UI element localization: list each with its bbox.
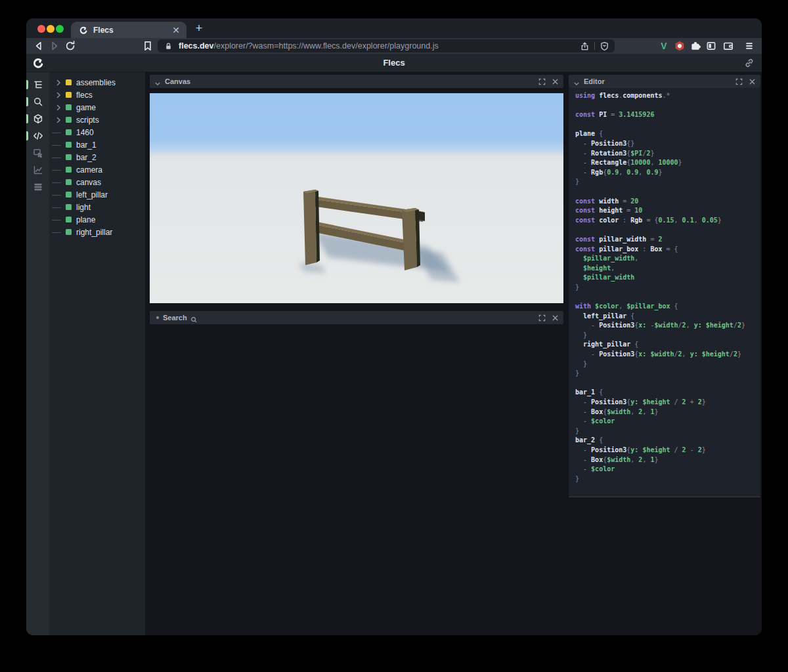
code-line: const color : Rgb = {0.15, 0.1, 0.05} xyxy=(575,216,760,226)
fullscreen-icon[interactable] xyxy=(538,78,546,85)
tree-item-flecs[interactable]: flecs xyxy=(49,89,145,101)
desktop-background: Flecs ✕ + flecs.dev/explorer/?wasm=https… xyxy=(0,0,788,672)
entity-tree-panel: assembliesflecsgamescripts1460bar_1bar_2… xyxy=(49,72,145,635)
code-line xyxy=(575,379,760,388)
bookmark-icon[interactable] xyxy=(142,40,154,52)
wallet-icon[interactable] xyxy=(722,40,734,52)
menu-icon[interactable] xyxy=(743,40,755,52)
tree-item-bar_1[interactable]: bar_1 xyxy=(49,138,145,151)
code-line: - $color xyxy=(575,417,760,427)
browser-window: Flecs ✕ + flecs.dev/explorer/?wasm=https… xyxy=(26,18,762,635)
code-line: using flecs.components.* xyxy=(575,91,760,101)
code-editor[interactable]: using flecs.components.* const PI = 3.14… xyxy=(569,88,760,496)
sidebar-rows-icon[interactable] xyxy=(26,178,49,196)
window-zoom-button[interactable] xyxy=(56,25,64,33)
extensions-puzzle-icon[interactable] xyxy=(690,40,701,52)
tree-branch-line xyxy=(55,203,66,212)
tree-item-label: canvas xyxy=(76,178,101,187)
panel-icon-sidebar xyxy=(26,72,49,635)
main-content: Canvas xyxy=(145,72,762,635)
fullscreen-icon[interactable] xyxy=(538,314,546,322)
canvas-panel-header: Canvas xyxy=(150,75,563,88)
chevron-down-icon[interactable] xyxy=(154,78,161,85)
tab-title: Flecs xyxy=(93,26,171,35)
url-bar[interactable]: flecs.dev/explorer/?wasm=https://www.fle… xyxy=(158,39,615,52)
tree-item-label: flecs xyxy=(76,91,93,100)
sidebar-search-icon[interactable] xyxy=(26,93,49,110)
code-line: } xyxy=(575,177,760,187)
tree-item-assemblies[interactable]: assemblies xyxy=(49,76,145,89)
sidebar-code-icon[interactable] xyxy=(26,127,49,144)
entity-square-icon xyxy=(66,142,72,148)
code-line: - Position3{x: -$width/2, y: $height/2} xyxy=(575,321,760,331)
fullscreen-icon[interactable] xyxy=(735,78,743,85)
code-line: $pillar_width, xyxy=(575,254,760,264)
tree-item-left_pillar[interactable]: left_pillar xyxy=(49,188,145,201)
brave-shield-icon[interactable] xyxy=(600,41,609,51)
sidebar-tree-icon[interactable] xyxy=(26,76,49,93)
page-title: Flecs xyxy=(26,54,762,72)
code-line xyxy=(575,292,760,302)
window-close-button[interactable] xyxy=(37,25,45,33)
share-icon[interactable] xyxy=(580,41,590,51)
tree-item-game[interactable]: game xyxy=(49,101,145,114)
code-line: left_pillar { xyxy=(575,312,760,322)
browser-tab[interactable]: Flecs ✕ xyxy=(71,22,186,38)
close-icon[interactable] xyxy=(552,78,559,85)
entity-square-icon xyxy=(66,192,72,198)
sidebar-toggle-icon[interactable] xyxy=(705,40,717,52)
back-button[interactable] xyxy=(33,40,45,52)
fence-bar-end-cap xyxy=(419,211,425,221)
tree-branch-line xyxy=(55,140,66,150)
tree-item-canvas[interactable]: canvas xyxy=(49,176,145,188)
code-line: const pillar_width = 2 xyxy=(575,235,760,245)
tree-item-1460[interactable]: 1460 xyxy=(49,126,145,138)
code-line: - Rotation3{$PI/2} xyxy=(575,149,760,159)
collapsed-dot-icon[interactable] xyxy=(156,316,159,319)
window-minimize-button[interactable] xyxy=(47,25,55,33)
tree-item-plane[interactable]: plane xyxy=(49,213,145,226)
code-line xyxy=(575,101,760,111)
close-icon[interactable] xyxy=(552,314,559,322)
chevron-right-icon[interactable] xyxy=(55,91,66,100)
tree-item-scripts[interactable]: scripts xyxy=(49,114,145,126)
forward-button[interactable] xyxy=(49,40,60,52)
sidebar-inspect-icon[interactable] xyxy=(26,144,49,161)
entity-square-icon xyxy=(66,204,72,210)
tree-item-label: light xyxy=(76,203,91,212)
code-line: bar_2 { xyxy=(575,436,760,446)
tree-item-bar_2[interactable]: bar_2 xyxy=(49,151,145,163)
entity-square-icon xyxy=(66,79,72,85)
code-line: $pillar_width xyxy=(575,273,760,283)
search-panel-title: Search xyxy=(163,314,187,322)
tree-item-right_pillar[interactable]: right_pillar xyxy=(49,226,145,238)
chevron-right-icon[interactable] xyxy=(55,103,66,112)
reload-button[interactable] xyxy=(64,40,76,52)
sidebar-box-icon[interactable] xyxy=(26,110,49,127)
link-icon[interactable] xyxy=(744,58,755,68)
close-icon[interactable] xyxy=(749,78,756,85)
tree-branch-line xyxy=(55,128,66,137)
tab-close-icon[interactable]: ✕ xyxy=(171,26,181,35)
3d-viewport[interactable] xyxy=(150,93,563,303)
browser-toolbar: flecs.dev/explorer/?wasm=https://www.fle… xyxy=(26,38,762,54)
lock-icon xyxy=(164,41,173,51)
code-line: - $color xyxy=(575,465,760,474)
extension-v-icon[interactable]: V xyxy=(658,40,670,52)
code-line xyxy=(575,187,760,197)
code-line: - Position3{} xyxy=(575,139,760,149)
code-line: } xyxy=(575,331,760,341)
url-text: flecs.dev/explorer/?wasm=https://www.fle… xyxy=(179,41,580,51)
sidebar-chart-icon[interactable] xyxy=(26,161,49,178)
code-line: plane { xyxy=(575,129,760,139)
extension-hexagon-icon[interactable] xyxy=(674,40,686,52)
fence-right-pillar xyxy=(402,208,420,270)
editor-bottom-border xyxy=(569,496,760,497)
chevron-right-icon[interactable] xyxy=(55,116,66,125)
new-tab-button[interactable]: + xyxy=(192,21,206,35)
chevron-down-icon[interactable] xyxy=(573,78,580,85)
chevron-right-icon[interactable] xyxy=(55,78,66,87)
code-line: - Box{$width, 2, 1} xyxy=(575,455,760,465)
tree-item-camera[interactable]: camera xyxy=(49,163,145,176)
tree-item-light[interactable]: light xyxy=(49,201,145,213)
